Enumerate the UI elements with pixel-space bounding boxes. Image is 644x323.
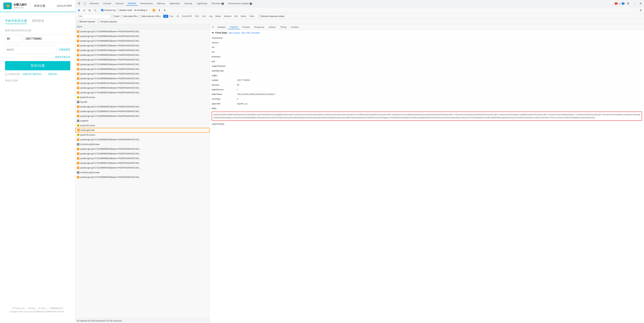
invert-checkbox[interactable]: Invert xyxy=(112,15,120,18)
more-settings-icon[interactable]: ⚙ xyxy=(639,8,643,12)
filter-wasm[interactable]: Wasm xyxy=(240,15,248,18)
request-item[interactable]: ⇄qcodeLogin.jsp?17101995897825&token=FA8… xyxy=(76,166,210,170)
agreement-link1[interactable]: 《去哪儿用户服务协议》 xyxy=(21,73,43,76)
tab-elements[interactable]: Elements xyxy=(88,2,101,5)
disable-cache-checkbox[interactable]: Disable cache xyxy=(116,9,132,12)
request-item[interactable]: ⇄qcodeLogin.jsp?17101995897329&token=FA8… xyxy=(76,161,210,166)
blocked-requests-checkbox[interactable]: Blocked requests xyxy=(77,20,95,23)
filter-ws[interactable]: WS xyxy=(233,15,239,18)
request-item[interactable]: ⇄qcodeLogin.jsp?17101995890335&token=FA8… xyxy=(76,72,210,76)
preserve-log-checkbox[interactable]: Preserve log xyxy=(101,9,115,12)
request-item[interactable]: ⇄qcodeLogin.jsp?17101995885828&token=FA8… xyxy=(76,29,210,34)
request-item[interactable]: ⇄qcodeLogin.jsp?17101995889326&token=FA8… xyxy=(76,62,210,67)
filter-all[interactable]: All xyxy=(163,15,168,18)
filter-img[interactable]: Img xyxy=(208,15,214,18)
request-item[interactable]: ⇄qcodeLogin.jsp?17101995896329&token=FA8… xyxy=(76,151,210,156)
devtools-more-icon[interactable]: ☰ xyxy=(76,1,82,6)
requests-list[interactable]: ⇄qcodeLogin.jsp?17101995885828&token=FA8… xyxy=(76,29,210,318)
filter-button[interactable]: ⊞ xyxy=(88,8,92,12)
tab-sources[interactable]: Sources xyxy=(114,2,126,5)
tab-application[interactable]: Application xyxy=(168,2,182,5)
tab-security[interactable]: Security xyxy=(182,2,194,5)
request-item[interactable]: ⇄qcodeLogin.jsp?17101995888830&token=FA8… xyxy=(76,58,210,62)
filter-other[interactable]: Other xyxy=(248,15,256,18)
search-button[interactable]: 🔍 xyxy=(93,8,97,12)
filter-doc[interactable]: Doc xyxy=(168,15,175,18)
request-item[interactable]: ?my.woff xyxy=(76,100,210,104)
filter-font[interactable]: Font xyxy=(201,15,207,18)
record-button[interactable]: ⏺ xyxy=(77,8,81,12)
request-item[interactable]: ?commonLog?pt=www xyxy=(76,170,210,175)
throttle-select[interactable]: No throttling xyxy=(134,9,148,12)
hide-ext-urls-checkbox[interactable]: Hide extension URLs xyxy=(139,15,161,18)
request-item[interactable]: JSqmark.h5.umd.js xyxy=(76,95,210,100)
request-item[interactable]: ⇄qcodeLogin.jsp?17101995891327&token=FA8… xyxy=(76,81,210,86)
tab-console[interactable]: Console xyxy=(101,2,113,5)
accessibility-btn[interactable]: 适老化及无障碍 xyxy=(57,4,72,8)
footer-about[interactable]: 关于Qunar.com xyxy=(12,307,25,309)
agreement-checkbox[interactable] xyxy=(5,73,7,75)
filter-fetch-xhr[interactable]: Fetch/XHR xyxy=(180,15,193,18)
detail-tab-cookies[interactable]: Cookies xyxy=(289,25,301,29)
request-item[interactable]: ⇄qcodeLogin.jsp?17101995896823&token=FA8… xyxy=(76,156,210,161)
detail-tab-headers[interactable]: Headers xyxy=(216,25,228,29)
tab-lighthouse[interactable]: Lighthouse xyxy=(194,2,209,5)
download-icon[interactable]: ⬇ xyxy=(163,8,167,12)
close-devtools-icon[interactable]: ✕ xyxy=(638,1,643,6)
detail-tab-initiator[interactable]: Initiator xyxy=(266,25,278,29)
request-item[interactable]: ⇄qcodeLogin.jsp?17101995889838&token=FA8… xyxy=(76,67,210,72)
clear-button[interactable]: ⊘ xyxy=(82,8,86,12)
hide-data-urls-checkbox[interactable]: Hide data URLs xyxy=(121,15,138,18)
tab-performance-insights[interactable]: Performance insights 🎬 xyxy=(226,2,254,5)
footer-business[interactable]: 业务合作 xyxy=(28,307,36,309)
request-item[interactable]: ⇄qcodeLogin.jsp?17101995887828&token=FA8… xyxy=(76,48,210,53)
footer-complaint[interactable]: "严重违规失信"专 xyxy=(49,307,63,309)
request-item[interactable]: JSqmark.h5.umd.js xyxy=(76,123,210,128)
more-options-icon[interactable]: ⋮ xyxy=(632,1,637,6)
request-item[interactable]: ⇄qcodeLogin.jsp?17101995892329&token=FA8… xyxy=(76,90,210,95)
filter-input[interactable] xyxy=(77,14,110,18)
filter-js[interactable]: JS xyxy=(175,15,180,18)
request-item[interactable]: ⇄qcodeLogin.jsp?17101995886823&token=FA8… xyxy=(76,38,210,43)
tab-network[interactable]: Network xyxy=(126,1,138,6)
request-item[interactable]: ⇄qcodeLogin.jsp?17101995886334&token=FA8… xyxy=(76,34,210,38)
tab-phone-login[interactable]: 手机号登录/注册 xyxy=(5,19,27,24)
verification-code-input[interactable] xyxy=(5,46,57,54)
login-register-button[interactable]: 登录/注册 xyxy=(5,61,70,70)
filter-manifest[interactable]: Manifest xyxy=(222,15,233,18)
resend-code-button[interactable]: 2s重新获取 xyxy=(58,46,70,54)
devtools-dock-icon[interactable]: ⬜ xyxy=(82,1,88,6)
phone-input[interactable] xyxy=(24,34,70,43)
view-url-encoded-link[interactable]: view URL-encoded xyxy=(241,32,260,34)
tab-performance[interactable]: Performance xyxy=(138,2,155,5)
view-source-link[interactable]: view source xyxy=(228,32,240,34)
country-code-input[interactable] xyxy=(5,34,22,43)
agreement-link2[interactable]: 《隐私政策》 xyxy=(47,73,59,76)
detail-tab-preview[interactable]: Preview xyxy=(240,25,252,29)
tab-password-login[interactable]: 密码登录 xyxy=(32,19,44,24)
request-item[interactable]: ?commonLog?pt=www xyxy=(76,142,210,147)
settings-icon[interactable]: ⚙ xyxy=(626,1,631,6)
wifi-icon[interactable]: 📶 xyxy=(152,8,156,12)
blocked-cookies-checkbox[interactable]: Blocked response cookies xyxy=(258,15,284,18)
filter-css[interactable]: CSS xyxy=(194,15,200,18)
detail-tab-payload[interactable]: Payload xyxy=(228,25,240,29)
request-item[interactable]: JSqmark.h5.umd.js xyxy=(76,132,210,137)
detail-tab-timing[interactable]: Timing xyxy=(278,25,289,29)
filter-media[interactable]: Media xyxy=(214,15,222,18)
request-item[interactable]: ⇄qcodeLogin.jsp?17101995890828&token=FA8… xyxy=(76,76,210,81)
request-item[interactable]: ⇄qcodeLogin.jsp?17101995895823&token=FA8… xyxy=(76,147,210,151)
third-party-checkbox[interactable]: 3rd-party requests xyxy=(98,20,117,23)
tab-memory[interactable]: Memory xyxy=(155,2,167,5)
tab-recorder[interactable]: Recorder 🎬 xyxy=(210,2,226,5)
request-item[interactable]: ⇄qcodeLogin.jsp?17101995898325&token=FA8… xyxy=(76,175,210,180)
detail-close-button[interactable]: ✕ xyxy=(211,25,215,29)
request-item[interactable]: ⇄qcodeLogin.jsp?17101995895329&token=FA8… xyxy=(76,137,210,142)
detail-tab-response[interactable]: Response xyxy=(252,25,266,29)
request-item[interactable]: ⇄qcodeLogin.jsp?17101995893828&token=FA8… xyxy=(76,114,210,118)
request-item[interactable]: ⇄qcodeLogin.jsp?17101995891823&token=FA8… xyxy=(76,86,210,90)
request-item[interactable]: ⇄qcodeLogin.jsp?17101995888326&token=FA8… xyxy=(76,53,210,58)
voice-code-link[interactable]: 获取语音验证码 xyxy=(5,56,70,58)
request-item[interactable]: ?snapshot xyxy=(76,118,210,123)
request-item[interactable]: ⇄qcodeLogin.jsp?17101995887328&token=FA8… xyxy=(76,43,210,48)
